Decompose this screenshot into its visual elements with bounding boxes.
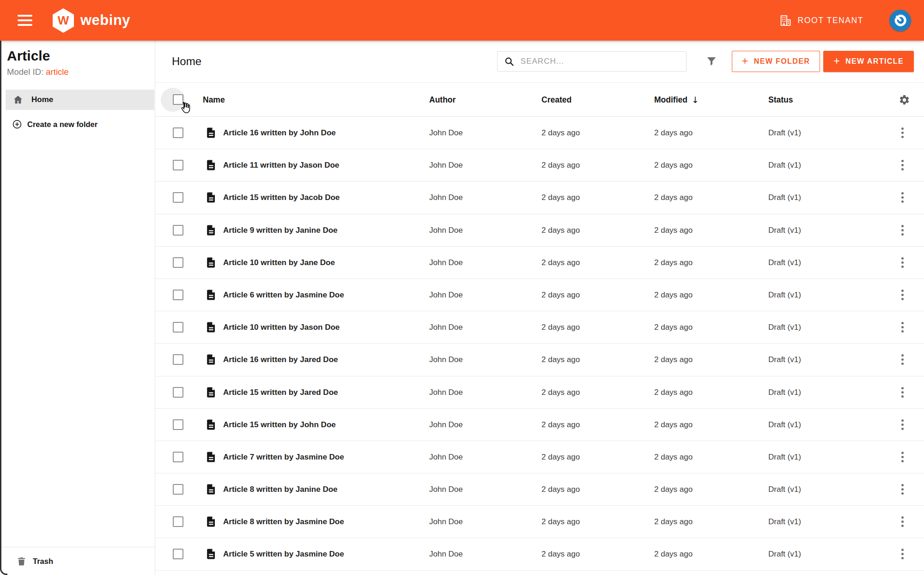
row-menu-button[interactable] bbox=[900, 127, 906, 138]
document-icon bbox=[205, 289, 218, 303]
table-row[interactable]: Article 5 written by Jasmine Doe John Do… bbox=[155, 538, 924, 570]
trash-button[interactable]: Trash bbox=[0, 547, 155, 575]
article-created: 2 days ago bbox=[541, 506, 580, 538]
document-icon bbox=[205, 321, 218, 335]
table-row[interactable]: Article 16 written by John Doe John Doe … bbox=[155, 117, 924, 149]
hamburger-menu-icon[interactable] bbox=[18, 15, 32, 26]
row-menu-button[interactable] bbox=[900, 322, 906, 333]
article-modified: 2 days ago bbox=[654, 247, 693, 279]
article-name[interactable]: Article 11 written by Jason Doe bbox=[223, 149, 339, 182]
table-row[interactable]: Article 6 written by Jasmine Doe John Do… bbox=[155, 279, 924, 311]
table-row[interactable]: Article 9 written by Janine Doe John Doe… bbox=[155, 214, 924, 247]
article-name[interactable]: Article 8 written by Jasmine Doe bbox=[223, 506, 344, 538]
modified-label: Modified bbox=[654, 83, 687, 117]
sidebar: Article Model ID: article Home Create a … bbox=[0, 41, 155, 575]
row-checkbox[interactable] bbox=[173, 452, 183, 462]
search-input[interactable] bbox=[521, 57, 681, 66]
table-row[interactable]: Article 10 written by Jane Doe John Doe … bbox=[155, 247, 924, 279]
row-menu-button[interactable] bbox=[900, 516, 906, 527]
row-menu-button[interactable] bbox=[900, 257, 906, 268]
table-row[interactable]: Article 16 written by Jared Doe John Doe… bbox=[155, 344, 924, 376]
article-name[interactable]: Article 16 written by Jared Doe bbox=[223, 344, 338, 376]
article-modified: 2 days ago bbox=[654, 214, 693, 247]
column-header-name[interactable]: Name bbox=[203, 83, 225, 117]
row-menu-button[interactable] bbox=[900, 549, 906, 559]
row-menu-button[interactable] bbox=[900, 354, 906, 365]
table-row[interactable]: Article 7 written by Jasmine Doe John Do… bbox=[155, 441, 924, 473]
table-settings-button[interactable] bbox=[899, 94, 910, 108]
row-checkbox[interactable] bbox=[173, 290, 183, 300]
row-menu-button[interactable] bbox=[900, 160, 906, 170]
article-name[interactable]: Article 15 written by Jared Doe bbox=[223, 376, 338, 409]
model-id-value[interactable]: article bbox=[46, 67, 68, 77]
row-menu-button[interactable] bbox=[900, 290, 906, 300]
article-name[interactable]: Article 8 written by Janine Doe bbox=[223, 473, 338, 506]
article-name[interactable]: Article 15 written by John Doe bbox=[223, 409, 336, 441]
document-icon bbox=[205, 418, 218, 433]
document-icon bbox=[205, 127, 218, 141]
content-header: Home + NEW FOLDER + NEW ARTICLE bbox=[155, 41, 924, 83]
row-menu-button[interactable] bbox=[900, 419, 906, 430]
document-icon bbox=[205, 159, 218, 173]
new-folder-button[interactable]: + NEW FOLDER bbox=[732, 51, 820, 72]
article-name[interactable]: Article 6 written by Jasmine Doe bbox=[223, 279, 344, 311]
row-menu-button[interactable] bbox=[900, 452, 906, 462]
new-article-button[interactable]: + NEW ARTICLE bbox=[823, 51, 914, 72]
article-status: Draft (v1) bbox=[768, 441, 801, 473]
row-menu-button[interactable] bbox=[900, 484, 906, 495]
tenant-switcher[interactable]: ROOT TENANT bbox=[779, 14, 863, 27]
table-row[interactable]: Article 8 written by Jasmine Doe John Do… bbox=[155, 506, 924, 538]
filter-icon bbox=[705, 55, 718, 68]
row-checkbox[interactable] bbox=[173, 322, 183, 333]
row-checkbox[interactable] bbox=[173, 225, 183, 236]
article-author: John Doe bbox=[429, 538, 463, 570]
row-checkbox[interactable] bbox=[173, 419, 183, 430]
article-author: John Doe bbox=[429, 182, 463, 214]
column-header-author[interactable]: Author bbox=[429, 83, 456, 117]
article-name[interactable]: Article 15 written by Jacob Doe bbox=[223, 182, 340, 214]
plus-icon: + bbox=[833, 56, 840, 67]
column-header-modified[interactable]: Modified ↓ bbox=[654, 83, 699, 117]
article-name[interactable]: Article 5 written by Jasmine Doe bbox=[223, 538, 344, 570]
column-header-status[interactable]: Status bbox=[768, 83, 793, 117]
article-name[interactable]: Article 16 written by John Doe bbox=[223, 117, 336, 149]
row-checkbox[interactable] bbox=[173, 257, 183, 268]
row-menu-button[interactable] bbox=[900, 225, 906, 236]
table-row[interactable]: Article 15 written by John Doe John Doe … bbox=[155, 409, 924, 441]
article-modified: 2 days ago bbox=[654, 344, 693, 376]
article-status: Draft (v1) bbox=[768, 182, 801, 214]
row-checkbox[interactable] bbox=[173, 127, 183, 138]
article-name[interactable]: Article 9 written by Janine Doe bbox=[223, 214, 338, 247]
row-checkbox[interactable] bbox=[173, 354, 183, 365]
filter-button[interactable] bbox=[705, 55, 718, 68]
row-checkbox[interactable] bbox=[173, 549, 183, 559]
table-row[interactable]: Article 8 written by Janine Doe John Doe… bbox=[155, 473, 924, 506]
table-row[interactable]: Article 15 written by Jared Doe John Doe… bbox=[155, 376, 924, 409]
sidebar-item-home[interactable]: Home bbox=[6, 90, 154, 110]
row-checkbox[interactable] bbox=[173, 387, 183, 398]
create-folder-button[interactable]: Create a new folder bbox=[12, 119, 155, 129]
breadcrumb[interactable]: Home bbox=[172, 55, 201, 68]
article-created: 2 days ago bbox=[541, 376, 580, 409]
article-author: John Doe bbox=[429, 506, 463, 538]
row-menu-button[interactable] bbox=[900, 192, 906, 203]
row-checkbox[interactable] bbox=[173, 160, 183, 170]
user-avatar[interactable] bbox=[889, 10, 911, 31]
table-row[interactable]: Article 10 written by Jason Doe John Doe… bbox=[155, 311, 924, 344]
article-name[interactable]: Article 7 written by Jasmine Doe bbox=[223, 441, 344, 473]
article-status: Draft (v1) bbox=[768, 247, 801, 279]
table-row[interactable]: Article 11 written by Jason Doe John Doe… bbox=[155, 149, 924, 182]
article-author: John Doe bbox=[429, 279, 463, 311]
article-name[interactable]: Article 10 written by Jason Doe bbox=[223, 311, 340, 344]
webiny-logo[interactable]: W webiny bbox=[53, 8, 130, 33]
row-checkbox[interactable] bbox=[173, 516, 183, 527]
article-name[interactable]: Article 10 written by Jane Doe bbox=[223, 247, 335, 279]
column-header-created[interactable]: Created bbox=[541, 83, 571, 117]
table-row[interactable]: Article 15 written by Jacob Doe John Doe… bbox=[155, 182, 924, 214]
row-checkbox[interactable] bbox=[173, 192, 183, 203]
sidebar-home-label: Home bbox=[31, 95, 53, 104]
article-created: 2 days ago bbox=[541, 279, 580, 311]
row-menu-button[interactable] bbox=[900, 387, 906, 398]
row-checkbox[interactable] bbox=[173, 484, 183, 495]
article-created: 2 days ago bbox=[541, 311, 580, 344]
